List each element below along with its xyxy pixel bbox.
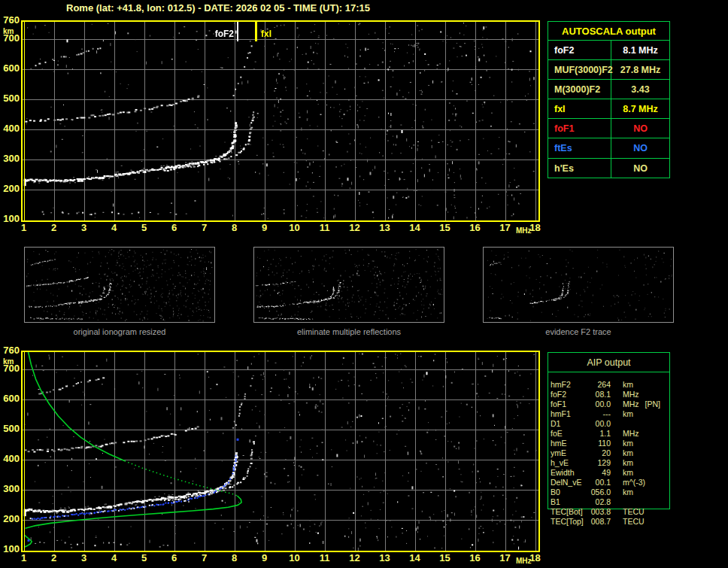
aip-row-label: h_vE: [548, 458, 587, 468]
aip-row-label: TEC[Top]: [548, 517, 587, 527]
aip-row-value: 129: [587, 458, 611, 468]
aip-row-label: foF1: [548, 399, 587, 409]
aip-row: hmF1---km: [548, 409, 670, 419]
autoscala-row: h'EsNO: [548, 159, 669, 178]
autoscala-row-value: NO: [611, 159, 669, 178]
autoscala-row: ftEsNO: [548, 138, 669, 158]
aip-row: TEC[Top]008.7TECU: [548, 517, 670, 527]
top-plot-x-tick-label: 4: [105, 223, 123, 233]
autoscala-row: foF1NO: [548, 119, 669, 138]
bottom-plot-x-tick-label: 14: [406, 553, 424, 563]
bottom-plot-x-tick-label: 15: [436, 553, 454, 563]
autoscala-row: M(3000)F23.43: [548, 80, 669, 99]
aip-row-label: B1: [548, 497, 587, 507]
top-plot-x-tick-label: 13: [376, 223, 394, 233]
aip-row-unit: MHz: [623, 429, 639, 439]
autoscala-row-label: M(3000)F2: [548, 80, 611, 99]
top-plot-y-tick-label: 500: [0, 93, 20, 104]
thumbnail-caption-evidence: evidence F2 trace: [483, 327, 674, 336]
page-title: Rome (lat: +41.8, lon: 012.5) - DATE: 20…: [66, 2, 370, 14]
autoscala-table: AUTOSCALA output foF28.1 MHzMUF(3000)F22…: [548, 21, 670, 178]
aip-row-value: ---: [587, 409, 611, 419]
aip-row: foE1.1MHz: [548, 429, 670, 439]
root: Rome (lat: +41.8, lon: 012.5) - DATE: 20…: [0, 0, 728, 568]
autoscala-row-value: 8.7 MHz: [611, 99, 669, 118]
top-plot-y-tick-label: 200: [0, 184, 20, 194]
thumb-canvas-0: [25, 248, 214, 322]
aip-row-value: 20: [587, 448, 611, 458]
aip-row-label: hmF1: [548, 409, 587, 419]
top-plot-x-tick-label: 2: [45, 223, 63, 233]
aip-row: B102.8: [548, 497, 670, 507]
bottom-plot-x-tick-label: 16: [466, 553, 484, 563]
aip-row-label: TEC[Bot]: [548, 507, 587, 517]
bottom-plot-x-tick-label: 10: [286, 553, 304, 563]
aip-row-unit: km: [623, 380, 633, 390]
aip-row: ymE20km: [548, 448, 670, 458]
bottom-plot-y-tick-label: 100: [0, 544, 20, 554]
autoscala-row-value: 3.43: [611, 80, 669, 99]
aip-row-value: 264: [587, 380, 611, 390]
bottom-plot-x-tick-label: 8: [226, 553, 244, 563]
autoscala-row-label: MUF(3000)F2: [548, 60, 611, 79]
top-plot-y-tick-label: 100: [0, 214, 20, 224]
thumb-canvas-2: [484, 248, 673, 322]
aip-row-label: ymE: [548, 448, 587, 458]
bottom-plot-x-tick-label: 6: [165, 553, 184, 563]
aip-row-label: foE: [548, 429, 587, 439]
aip-row-label: DelN_vE: [548, 478, 587, 488]
aip-row-unit: km: [623, 468, 633, 478]
aip-row-value: 00.0: [587, 419, 611, 429]
bottom-plot-x-tick-label: 3: [75, 553, 93, 563]
fof2-marker-label: foF2: [215, 29, 234, 39]
aip-row-label: Ewidth: [548, 468, 587, 478]
thumbnail-caption-original: original ionogram resized: [24, 327, 215, 336]
top-plot-x-tick-label: 16: [466, 223, 484, 233]
bottom-plot-x-tick-label: 11: [316, 553, 334, 563]
aip-row-value: 003.8: [587, 507, 611, 517]
top-plot-y-tick-label: 300: [0, 153, 20, 164]
top-plot-x-tick-label: 5: [135, 223, 153, 233]
aip-row-unit: m^(-3): [623, 478, 645, 488]
aip-row: hmF2264km: [548, 380, 670, 390]
aip-table-header: AIP output: [548, 353, 669, 372]
aip-row-unit: km: [623, 439, 633, 448]
bottom-plot-x-tick-label: 7: [196, 553, 214, 563]
autoscala-row-value: NO: [611, 138, 669, 157]
aip-row-value: 056.0: [587, 488, 611, 497]
aip-row: hmE110km: [548, 439, 670, 448]
top-plot-x-tick-label: 11: [316, 223, 334, 233]
bottom-plot-x-tick-label: 17: [496, 553, 514, 563]
top-plot-x-tick-label: 6: [165, 223, 184, 233]
aip-row-unit: km: [623, 488, 633, 497]
bottom-plot-x-tick-label: 4: [105, 553, 123, 563]
aip-row-label: foF2: [548, 390, 587, 399]
aip-row: DelN_vE00.1m^(-3): [548, 478, 670, 488]
autoscala-row-label: fxI: [548, 99, 611, 118]
top-plot-x-tick-label: 18: [526, 223, 544, 233]
bottom-plot-x-tick-label: 1: [15, 553, 33, 563]
aip-row-unit: TECU: [623, 517, 645, 527]
autoscala-row-label: h'Es: [548, 159, 611, 178]
top-plot-x-tick-label: 10: [286, 223, 304, 233]
bottom-plot-x-tick-label: 5: [135, 553, 153, 563]
top-plot-x-tick-label: 3: [75, 223, 93, 233]
aip-row: foF100.0MHz[PN]: [548, 399, 670, 409]
bottom-plot-x-tick-label: 2: [45, 553, 63, 563]
aip-row: B0056.0km: [548, 488, 670, 497]
bottom-plot-y-tick-label: 600: [0, 393, 20, 404]
thumbnail-caption-eliminate: eliminate multiple reflections: [253, 327, 444, 336]
autoscala-row-value: 8.1 MHz: [611, 41, 669, 59]
aip-row: foF208.1MHz: [548, 390, 670, 399]
aip-row-value: 49: [587, 468, 611, 478]
top-plot-y-tick-label: 600: [0, 63, 20, 74]
aip-row-value: 08.1: [587, 390, 611, 399]
bottom-plot-y-tick-label: 760: [0, 345, 20, 356]
aip-row: h_vE129km: [548, 458, 670, 468]
aip-row-value: 02.8: [587, 497, 611, 507]
autoscala-row: MUF(3000)F227.8 MHz: [548, 60, 669, 80]
autoscala-row-label: ftEs: [548, 138, 611, 157]
thumbnail-original-ionogram: [24, 247, 215, 323]
autoscala-row-value: 27.8 MHz: [611, 60, 669, 79]
bottom-plot-y-tick-label: 700: [0, 363, 20, 374]
